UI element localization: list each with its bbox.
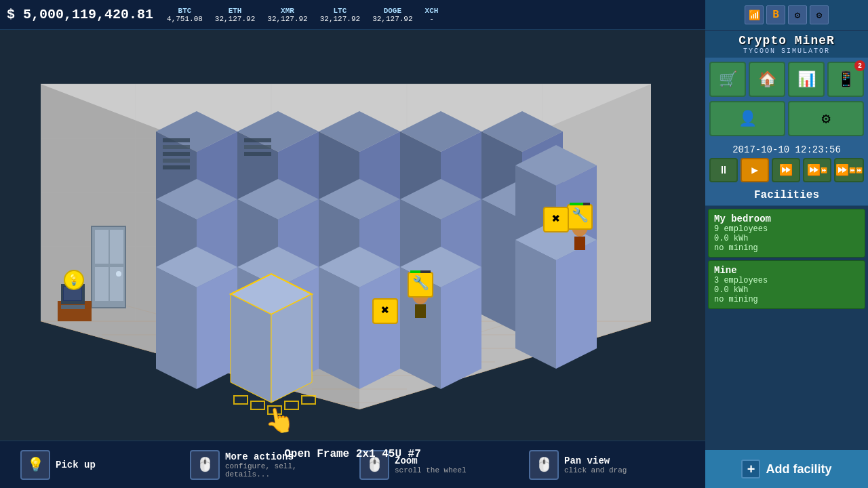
speed3-button[interactable]: ⏩⏩: [803, 158, 831, 182]
logo-icon-bars: 📶: [745, 5, 764, 24]
pan-desc: click and drag: [564, 466, 627, 474]
more-actions-icon-box: 🖱️: [190, 450, 220, 480]
svg-rect-120: [234, 396, 248, 404]
facility-mining: no mining: [714, 295, 859, 304]
svg-rect-121: [251, 401, 264, 409]
svg-rect-30: [110, 230, 123, 264]
speed2-button[interactable]: ⏩: [772, 158, 800, 182]
facility-mining: no mining: [714, 243, 859, 253]
svg-rect-108: [410, 270, 420, 273]
logo-icon-b: B: [766, 5, 785, 24]
svg-marker-83: [441, 267, 481, 389]
stats-button[interactable]: 📊: [788, 62, 825, 97]
svg-rect-38: [163, 145, 190, 149]
speed-controls: ⏸ ▶ ⏩ ⏩⏩ ⏩⏩⏩: [705, 158, 868, 186]
shop-button[interactable]: 🛒: [709, 62, 746, 97]
logo-subtitle: TYCOON SIMULATOR: [708, 47, 865, 55]
plus-icon: +: [741, 460, 760, 479]
facility-card[interactable]: My bedroom 9 employees 0.0 kWh no mining: [708, 209, 865, 258]
facility-name: Mine: [714, 265, 859, 276]
facility-card[interactable]: Mine 3 employees 0.0 kWh no mining: [708, 260, 865, 309]
svg-text:💡: 💡: [67, 273, 81, 287]
svg-rect-47: [244, 152, 271, 156]
facilities-header: Facilities: [705, 186, 868, 206]
crypto-item-btc: BTC4,751.08: [167, 7, 203, 23]
crypto-item-xmr: XMR32,127.92: [267, 7, 307, 23]
crypto-ticker: BTC4,751.08ETH32,127.92XMR32,127.92LTC32…: [167, 7, 438, 23]
svg-marker-80: [359, 267, 400, 389]
facility-name: My bedroom: [714, 214, 859, 224]
logo-area: 📶 B ⚙ ⚙: [705, 0, 868, 31]
logo-title: Crypto MineR: [708, 34, 865, 47]
more-actions-icon: 🖱️: [197, 456, 214, 473]
svg-text:✖: ✖: [552, 211, 560, 227]
settings-button[interactable]: ⚙️: [788, 101, 864, 136]
toolbar-row2: 👤 ⚙️: [705, 101, 868, 140]
balance-display: $ 5,000,119,420.81: [7, 7, 153, 22]
pan-icon: 🖱️: [536, 456, 553, 473]
crypto-item-eth: ETH32,127.92: [215, 7, 255, 23]
logo-icons: 📶 B ⚙ ⚙: [745, 5, 829, 24]
svg-rect-94: [574, 237, 585, 250]
svg-text:✖: ✖: [381, 303, 389, 319]
pickup-action[interactable]: 💡 Pick up: [14, 450, 183, 480]
svg-marker-79: [319, 267, 359, 389]
pickup-icon: 💡: [27, 456, 44, 473]
svg-rect-102: [415, 304, 426, 318]
pickup-label: Pick up: [56, 460, 96, 470]
svg-rect-117: [61, 305, 85, 309]
mobile-badge: 2: [854, 60, 865, 71]
svg-rect-124: [302, 396, 315, 404]
svg-rect-122: [268, 406, 281, 414]
crypto-item-ltc: LTC32,127.92: [320, 7, 360, 23]
svg-rect-41: [163, 165, 190, 169]
svg-marker-91: [515, 240, 556, 369]
zoom-desc: scroll the wheel: [395, 466, 467, 474]
pause-button[interactable]: ⏸: [709, 158, 738, 182]
add-facility-button[interactable]: + Add facility: [705, 450, 868, 488]
top-bar: $ 5,000,119,420.81 BTC4,751.08ETH32,127.…: [0, 0, 705, 30]
toolbar-row1: 🛒 🏠 📊 📱 2: [705, 58, 868, 101]
facility-employees: 9 employees: [714, 224, 859, 234]
crypto-item-doge: DOGE32,127.92: [372, 7, 412, 23]
add-facility-label: Add facility: [766, 462, 831, 476]
facility-power: 0.0 kWh: [714, 285, 859, 295]
svg-rect-100: [570, 203, 583, 205]
logo-icon-gear1: ⚙: [788, 5, 807, 24]
facilities-list: My bedroom 9 employees 0.0 kWh no mining…: [705, 206, 868, 450]
employee-button[interactable]: 👤: [709, 101, 785, 136]
selected-item-label: Open Frame 2x1 45U #7: [284, 448, 421, 460]
svg-rect-29: [95, 230, 108, 264]
svg-text:🔧: 🔧: [412, 274, 429, 291]
facility-employees: 3 employees: [714, 276, 859, 285]
logo-text-area: Crypto MineR TYCOON SIMULATOR: [705, 31, 868, 58]
more-actions-desc: configure, sell, details...: [225, 462, 346, 479]
right-panel: 📶 B ⚙ ⚙ Crypto MineR TYCOON SIMULATOR 🛒 …: [705, 0, 868, 488]
speed4-button[interactable]: ⏩⏩⏩: [834, 158, 864, 182]
datetime-display: 2017-10-10 12:23:56: [705, 140, 868, 158]
svg-rect-46: [244, 145, 271, 149]
crypto-item-xch: XCH-: [425, 7, 439, 23]
svg-rect-39: [163, 152, 190, 156]
svg-text:🔧: 🔧: [572, 207, 589, 224]
pan-action[interactable]: 🖱️ Pan view click and drag: [522, 450, 692, 480]
game-area: 🔧 🔧 ✖ ✖: [0, 30, 705, 458]
facility-button[interactable]: 🏠: [749, 62, 785, 97]
svg-marker-92: [556, 240, 597, 369]
pan-icon-box: 🖱️: [529, 450, 559, 480]
svg-rect-123: [285, 401, 298, 409]
svg-rect-37: [163, 138, 190, 142]
svg-rect-40: [163, 159, 190, 163]
facility-power: 0.0 kWh: [714, 234, 859, 243]
svg-rect-31: [95, 267, 108, 301]
mobile-button[interactable]: 📱 2: [827, 62, 864, 97]
pan-label: Pan view: [564, 455, 627, 466]
svg-point-33: [116, 271, 121, 277]
logo-icon-gear2: ⚙: [810, 5, 829, 24]
play-button[interactable]: ▶: [741, 158, 769, 182]
pickup-icon-box: 💡: [20, 450, 50, 480]
svg-marker-73: [156, 267, 197, 389]
svg-rect-45: [244, 138, 271, 142]
bottom-bar: Open Frame 2x1 45U #7 💡 Pick up 🖱️ More …: [0, 441, 705, 488]
